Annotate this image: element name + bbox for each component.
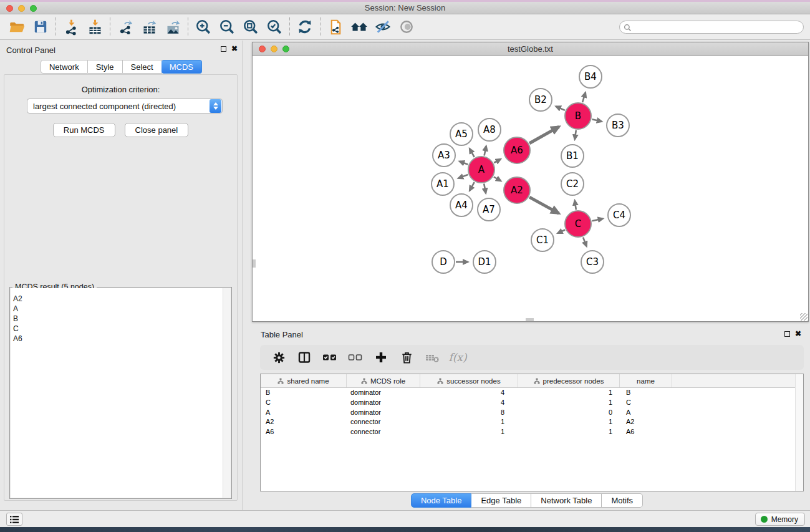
delete-column-icon[interactable]: [397, 349, 417, 366]
list-item[interactable]: A2: [11, 294, 231, 304]
home-layout-icon[interactable]: [347, 16, 371, 37]
hide-selected-icon[interactable]: [371, 16, 395, 37]
list-item[interactable]: B: [11, 314, 231, 324]
column-header[interactable]: successor nodes: [420, 374, 518, 387]
list-item[interactable]: C: [11, 324, 231, 334]
zoom-out-icon[interactable]: [215, 16, 239, 37]
table-row[interactable]: A2connector11A2: [261, 417, 803, 427]
clone-network-icon[interactable]: [324, 16, 347, 37]
node-table[interactable]: shared name MCDS role successor nodes: [260, 374, 804, 491]
graph-node-label: C3: [586, 256, 599, 268]
refresh-network-icon[interactable]: [293, 16, 317, 37]
table-row[interactable]: Adominator80A: [261, 408, 803, 418]
main-toolbar: [0, 14, 810, 40]
column-header[interactable]: predecessor nodes: [518, 374, 620, 387]
minimize-window-button[interactable]: [271, 46, 277, 52]
tab-edge-table[interactable]: Edge Table: [471, 493, 531, 508]
import-network-icon[interactable]: [59, 16, 83, 37]
table-row[interactable]: Cdominator41C: [261, 398, 803, 408]
network-graph[interactable]: B4B2BB3A5A8A6A3B1AA1C2A2A4A7C4CC1C3DD1: [253, 57, 808, 321]
open-file-icon[interactable]: [5, 16, 29, 37]
tab-network[interactable]: Network: [41, 60, 88, 74]
main-titlebar: Session: New Session: [0, 2, 810, 14]
network-canvas[interactable]: B4B2BB3A5A8A6A3B1AA1C2A2A4A7C4CC1C3DD1: [253, 57, 808, 321]
desktop: Session: New Session: [0, 0, 810, 532]
graph-node-label: D1: [478, 256, 491, 268]
graph-node-label: C: [575, 218, 581, 230]
search-input[interactable]: [619, 21, 804, 34]
workspace: Control Panel ✖ Network Style Select MCD…: [0, 41, 810, 512]
close-window-button[interactable]: [259, 46, 266, 52]
canvas-hscroll-grip[interactable]: [526, 318, 534, 321]
export-table-icon[interactable]: [137, 16, 161, 37]
memory-label: Memory: [771, 515, 798, 524]
graph-node-label: A6: [511, 145, 523, 156]
maximize-window-button[interactable]: [30, 5, 37, 12]
criterion-value: largest connected component (directed): [27, 102, 210, 111]
criterion-dropdown[interactable]: largest connected component (directed): [27, 99, 223, 114]
minimize-window-button[interactable]: [18, 5, 25, 12]
graph-node-label: A5: [455, 128, 468, 140]
tab-node-table[interactable]: Node Table: [411, 493, 472, 508]
table-panel-title: Table Panel: [261, 330, 303, 339]
export-image-icon[interactable]: [161, 16, 185, 37]
tab-select[interactable]: Select: [123, 60, 162, 74]
table-row[interactable]: A6connector11A6: [261, 427, 803, 437]
list-item[interactable]: A6: [11, 334, 231, 344]
select-all-rows-icon[interactable]: [320, 349, 340, 366]
close-panel-icon[interactable]: ✖: [231, 46, 238, 52]
zoom-in-icon[interactable]: [191, 16, 215, 37]
mcds-result-list[interactable]: A2 A B C A6: [11, 288, 231, 498]
table-scrollbar[interactable]: [795, 374, 803, 491]
control-panel-title: Control Panel: [6, 46, 55, 55]
add-column-icon[interactable]: [371, 349, 391, 366]
list-icon: [9, 515, 19, 524]
tab-style[interactable]: Style: [88, 60, 123, 74]
memory-button[interactable]: Memory: [755, 513, 805, 526]
mcds-result-box: MCDS result (5 nodes) A2 A B C A6: [9, 287, 232, 499]
hierarchy-icon: [534, 378, 540, 384]
tab-network-table[interactable]: Network Table: [531, 493, 602, 508]
close-panel-button[interactable]: Close panel: [125, 123, 189, 137]
mcds-tab-content: Optimization criterion: largest connecte…: [4, 74, 238, 501]
save-session-icon[interactable]: [29, 16, 52, 37]
search-icon: [624, 23, 632, 34]
deselect-all-rows-icon[interactable]: [345, 349, 365, 366]
table-header-row: shared name MCDS role successor nodes: [261, 374, 803, 388]
result-scrollbar[interactable]: [223, 288, 231, 498]
export-network-icon[interactable]: [113, 16, 137, 37]
canvas-vscroll-grip[interactable]: [253, 259, 256, 268]
graph-node-label: A: [478, 164, 485, 175]
window-resize-grip[interactable]: [800, 313, 808, 321]
tab-mcds[interactable]: MCDS: [162, 60, 202, 74]
zoom-selected-icon[interactable]: [263, 16, 286, 37]
tab-motifs[interactable]: Motifs: [602, 493, 643, 508]
show-all-icon[interactable]: [395, 16, 418, 37]
import-table-icon[interactable]: [83, 16, 107, 37]
maximize-window-button[interactable]: [282, 46, 289, 52]
list-item[interactable]: A: [11, 304, 231, 314]
delete-table-icon[interactable]: [422, 349, 442, 366]
float-panel-icon[interactable]: [221, 46, 226, 52]
apply-function-icon[interactable]: f(x): [448, 349, 468, 366]
table-row[interactable]: Bdominator41B: [261, 388, 803, 398]
zoom-fit-icon[interactable]: [239, 16, 263, 37]
hierarchy-icon: [437, 378, 443, 384]
graph-node-label: D: [440, 256, 447, 268]
table-toolbar: f(x): [260, 345, 804, 370]
task-history-button[interactable]: [6, 513, 22, 526]
table-options-gear-icon[interactable]: [269, 349, 289, 366]
column-header[interactable]: name: [620, 374, 672, 387]
column-visibility-icon[interactable]: [294, 349, 314, 366]
graph-node-label: C2: [566, 178, 579, 190]
optimization-criterion-label: Optimization criterion:: [4, 85, 237, 94]
column-header[interactable]: shared name: [261, 374, 347, 387]
table-tabs: Node Table Edge Table Network Table Moti…: [244, 493, 810, 508]
run-mcds-button[interactable]: Run MCDS: [53, 123, 115, 137]
close-window-button[interactable]: [6, 5, 13, 12]
graph-node-label: C4: [613, 210, 625, 221]
close-panel-icon[interactable]: ✖: [795, 331, 801, 337]
float-panel-icon[interactable]: [784, 331, 790, 337]
column-header[interactable]: MCDS role: [347, 374, 420, 387]
graph-node-label: B4: [584, 71, 597, 82]
